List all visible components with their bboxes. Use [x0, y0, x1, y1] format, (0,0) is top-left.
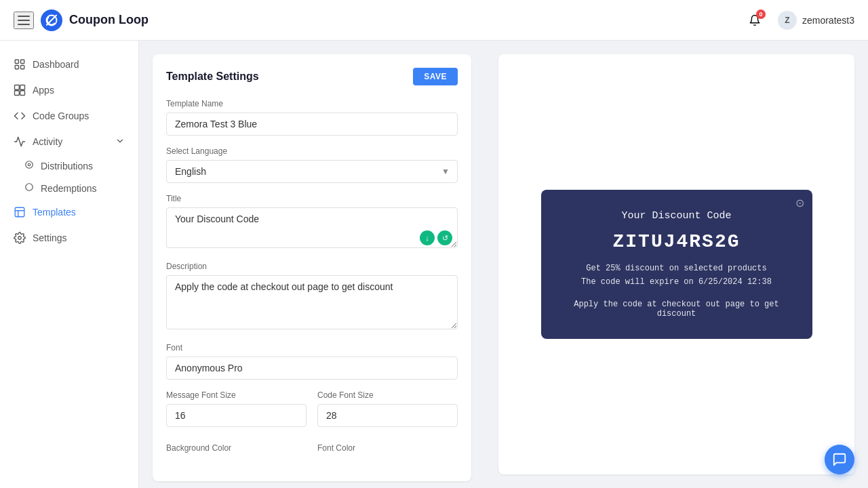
svg-rect-0: [15, 60, 18, 63]
code-font-size-label: Code Font Size: [317, 390, 458, 400]
topbar-left: Coupon Loop: [14, 9, 149, 31]
font-sizes-row: Message Font Size Code Font Size: [166, 390, 458, 438]
settings-icon: [14, 232, 26, 244]
apps-icon: [14, 84, 26, 96]
svg-rect-1: [21, 60, 24, 63]
coupon-preview-code: ZITUJ4RS2G: [568, 231, 785, 252]
svg-rect-6: [15, 91, 20, 96]
form-header: Template Settings SAVE: [166, 68, 458, 85]
topbar-right: 0 Z zemoratest3: [743, 8, 854, 33]
sidebar-label-settings: Settings: [33, 232, 67, 243]
message-font-size-group: Message Font Size: [166, 390, 307, 427]
coupon-preview: ⊙ Your Discount Code ZITUJ4RS2G Get 25% …: [541, 190, 812, 340]
svg-rect-11: [15, 207, 24, 217]
title-textarea-wrapper: Your Discount Code ↓ ↺: [166, 207, 458, 251]
title-icon-btn-2[interactable]: ↺: [437, 230, 452, 245]
font-label: Font: [166, 343, 458, 352]
sidebar-label-apps: Apps: [33, 85, 54, 96]
coupon-close-icon[interactable]: ⊙: [795, 197, 804, 209]
notification-button[interactable]: 0: [743, 8, 767, 33]
sidebar-item-dashboard[interactable]: Dashboard: [0, 52, 138, 77]
coupon-preview-details: Get 25% discount on selected products Th…: [568, 262, 785, 289]
title-textarea[interactable]: Your Discount Code: [166, 207, 458, 248]
svg-point-9: [28, 163, 31, 166]
dashboard-icon: [14, 58, 26, 70]
form-panel: Template Settings SAVE Template Name Sel…: [139, 41, 485, 488]
coupon-details-line1: Get 25% discount on selected products: [586, 264, 766, 273]
template-name-label: Template Name: [166, 99, 458, 108]
title-icon-btn-1[interactable]: ↓: [420, 230, 435, 245]
sidebar-item-apps[interactable]: Apps: [0, 77, 138, 103]
user-name: zemoratest3: [802, 15, 854, 26]
templates-icon: [14, 206, 26, 218]
code-font-size-input[interactable]: [317, 404, 458, 427]
language-label: Select Language: [166, 146, 458, 156]
coupon-preview-title: Your Discount Code: [568, 210, 785, 222]
title-label: Title: [166, 194, 458, 203]
font-color-label: Font Color: [317, 443, 458, 453]
redemptions-icon: [24, 182, 34, 194]
svg-rect-3: [21, 66, 24, 69]
app-title: Coupon Loop: [69, 13, 149, 27]
logo-icon: [41, 9, 62, 31]
chat-bubble-button[interactable]: [825, 445, 854, 474]
sidebar-item-settings[interactable]: Settings: [0, 225, 138, 251]
sidebar-label-dashboard: Dashboard: [33, 59, 79, 70]
language-select-wrapper: English Spanish French German ▼: [166, 160, 458, 183]
sidebar-label-templates: Templates: [33, 207, 76, 218]
user-avatar: Z: [778, 11, 797, 30]
form-title: Template Settings: [166, 70, 259, 83]
language-field-group: Select Language English Spanish French G…: [166, 146, 458, 183]
message-font-size-input[interactable]: [166, 404, 307, 427]
template-name-field-group: Template Name: [166, 99, 458, 136]
svg-rect-4: [15, 85, 20, 90]
activity-icon: [14, 136, 26, 148]
preview-card: ⊙ Your Discount Code ZITUJ4RS2G Get 25% …: [498, 54, 854, 474]
language-select[interactable]: English Spanish French German: [166, 160, 458, 183]
coupon-preview-description: Apply the code at checkout out page to g…: [568, 300, 785, 319]
preview-panel: ⊙ Your Discount Code ZITUJ4RS2G Get 25% …: [485, 41, 868, 488]
description-field-group: Description Apply the code at checkout o…: [166, 262, 458, 332]
description-textarea[interactable]: Apply the code at checkout out page to g…: [166, 275, 458, 329]
sidebar-label-activity: Activity: [33, 136, 62, 147]
menu-toggle-button[interactable]: [14, 12, 34, 29]
topbar: Coupon Loop 0 Z zemoratest3: [0, 0, 868, 41]
sidebar-item-activity[interactable]: Activity: [0, 129, 138, 155]
svg-point-8: [26, 161, 33, 169]
svg-rect-5: [20, 85, 25, 90]
notification-badge: 0: [756, 9, 766, 19]
svg-rect-7: [20, 91, 25, 96]
sidebar-item-templates[interactable]: Templates: [0, 199, 138, 225]
content-area: Template Settings SAVE Template Name Sel…: [139, 41, 868, 488]
message-font-size-label: Message Font Size: [166, 390, 307, 400]
code-font-size-group: Code Font Size: [317, 390, 458, 427]
font-field-group: Font: [166, 343, 458, 380]
svg-point-14: [18, 237, 22, 240]
sidebar-item-code-groups[interactable]: Code Groups: [0, 103, 138, 129]
background-color-group: Background Color: [166, 443, 307, 457]
svg-point-10: [26, 184, 33, 191]
sidebar-item-distributions[interactable]: Distributions: [0, 155, 138, 177]
title-field-group: Title Your Discount Code ↓ ↺: [166, 194, 458, 251]
coupon-details-line2: The code will expire on 6/25/2024 12:38: [581, 277, 772, 287]
sidebar: Dashboard Apps Code Groups Activity: [0, 41, 139, 488]
background-color-label: Background Color: [166, 443, 307, 453]
main-layout: Dashboard Apps Code Groups Activity: [0, 41, 868, 488]
description-label: Description: [166, 262, 458, 271]
sidebar-item-redemptions[interactable]: Redemptions: [0, 177, 138, 199]
font-input[interactable]: [166, 357, 458, 380]
sidebar-label-code-groups: Code Groups: [33, 110, 89, 121]
svg-rect-2: [15, 66, 18, 69]
font-color-group: Font Color: [317, 443, 458, 457]
chevron-down-icon: [115, 136, 125, 148]
save-button[interactable]: SAVE: [413, 68, 458, 85]
sidebar-label-redemptions: Redemptions: [41, 183, 97, 194]
form-card: Template Settings SAVE Template Name Sel…: [153, 54, 471, 481]
title-textarea-icons: ↓ ↺: [420, 230, 452, 245]
user-info: Z zemoratest3: [778, 11, 854, 30]
sidebar-label-distributions: Distributions: [41, 161, 93, 171]
color-labels-row: Background Color Font Color: [166, 443, 458, 468]
distributions-icon: [24, 160, 34, 171]
template-name-input[interactable]: [166, 113, 458, 136]
code-groups-icon: [14, 110, 26, 122]
